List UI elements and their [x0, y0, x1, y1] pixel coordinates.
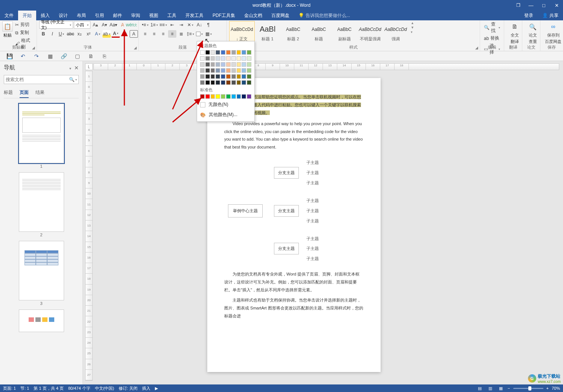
color-swatch[interactable] — [242, 50, 246, 55]
font-launcher[interactable]: ◢ — [134, 46, 137, 50]
distribute-button[interactable]: ≣ — [177, 30, 185, 38]
tab-pdftools[interactable]: PDF工具集 — [208, 11, 240, 20]
zoom-out-button[interactable]: − — [508, 386, 510, 390]
strike-button[interactable]: abc — [66, 30, 75, 38]
mindmap-branch[interactable]: 分支主题 — [274, 167, 299, 179]
mindmap-center[interactable]: 举例中心主题 — [228, 204, 263, 217]
style-item-5[interactable]: AaBbCcDd不明显强调 — [357, 21, 383, 43]
status-word-count[interactable]: 80/474 个字 — [68, 386, 90, 391]
align-left-button[interactable]: ≡ — [141, 30, 149, 38]
text-effects-button[interactable]: A — [93, 30, 102, 38]
color-swatch[interactable] — [200, 56, 205, 61]
color-swatch[interactable] — [247, 50, 251, 55]
color-swatch[interactable] — [211, 74, 215, 79]
nav-tab-headings[interactable]: 标题 — [4, 88, 13, 98]
superscript-button[interactable]: x² — [84, 30, 93, 38]
color-swatch[interactable] — [216, 80, 220, 85]
subscript-button[interactable]: x₂ — [75, 30, 84, 38]
color-swatch[interactable] — [205, 62, 210, 67]
minimize-button[interactable]: — — [525, 0, 537, 11]
horizontal-ruler[interactable]: 3210123456789101112131415161718 — [93, 63, 559, 70]
ribbon-display-options-icon[interactable]: ❐ — [512, 0, 525, 11]
nav-search[interactable]: 🔍▾ — [4, 75, 79, 84]
thumbnail-page-3[interactable] — [19, 241, 64, 300]
vertical-ruler[interactable]: 1012345678910111213141516171819202122232… — [85, 71, 93, 381]
color-swatch[interactable] — [205, 74, 210, 79]
color-swatch[interactable] — [242, 56, 246, 61]
increase-indent-button[interactable]: ⇥ — [177, 21, 185, 29]
qat-button-5[interactable]: ⎘ — [100, 52, 109, 60]
color-swatch[interactable] — [237, 68, 241, 73]
font-size-combo[interactable]: 小四▾ — [74, 21, 90, 29]
tab-devtools[interactable]: 开发工具 — [181, 11, 208, 20]
color-swatch[interactable] — [216, 50, 220, 55]
color-swatch[interactable] — [242, 80, 246, 85]
save-button[interactable]: 💾 — [5, 52, 14, 60]
color-swatch[interactable] — [226, 50, 231, 55]
paste-button[interactable]: 粘贴 — [3, 32, 12, 38]
color-swatch[interactable] — [231, 56, 236, 61]
doc-paragraph-2[interactable]: Video provides a powerful way to help yo… — [224, 120, 364, 152]
color-swatch[interactable] — [226, 62, 231, 67]
phonetic-guide-button[interactable]: wén文 — [127, 21, 136, 29]
italic-button[interactable]: I — [48, 30, 57, 38]
color-swatch[interactable] — [221, 94, 225, 99]
color-swatch[interactable] — [200, 62, 205, 67]
color-swatch[interactable] — [200, 94, 205, 99]
color-swatch[interactable] — [211, 80, 215, 85]
color-swatch[interactable] — [231, 80, 236, 85]
cut-button[interactable]: ✂剪切 — [14, 21, 34, 28]
status-insert-mode[interactable]: 插入 — [142, 386, 150, 391]
color-swatch[interactable] — [226, 74, 231, 79]
nav-tab-results[interactable]: 结果 — [35, 88, 44, 98]
no-color-option[interactable]: 无颜色(N) — [197, 100, 254, 110]
color-swatch[interactable] — [247, 62, 251, 67]
login-button[interactable]: 登录 — [520, 11, 538, 20]
enclose-char-button[interactable]: ㊕ — [121, 30, 129, 38]
qat-button-1[interactable]: ▦ — [46, 52, 54, 60]
color-swatch[interactable] — [200, 80, 205, 85]
color-swatch[interactable] — [237, 80, 241, 85]
font-color-button[interactable]: A — [112, 30, 120, 38]
redo-button[interactable]: ↷ — [32, 52, 41, 60]
underline-button[interactable]: U — [57, 30, 66, 38]
color-swatch[interactable] — [242, 68, 246, 73]
style-item-6[interactable]: AaBbCcDd强调 — [383, 21, 408, 43]
tab-mailings[interactable]: 邮件 — [109, 11, 127, 20]
mindmap-graphic[interactable]: 举例中心主题 分支主题子主题子主题子主题 分支主题子主题子主题子主题 分支主题子… — [228, 159, 364, 263]
borders-button[interactable]: ▦ — [204, 30, 213, 38]
view-read-mode[interactable]: ▥ — [487, 385, 494, 391]
color-swatch[interactable] — [226, 68, 231, 73]
color-swatch[interactable] — [231, 94, 236, 99]
color-swatch[interactable] — [242, 94, 246, 99]
share-button[interactable]: 👤共享 — [538, 11, 563, 20]
justify-button[interactable]: ≡ — [168, 30, 176, 38]
color-swatch[interactable] — [226, 80, 231, 85]
doc-paragraph-3[interactable]: 为使您的文档具有专业外观，Word 提供了页眉、页脚、封面和文本框设计，这些设计… — [224, 270, 364, 294]
thumbnail-page-4[interactable] — [19, 309, 64, 332]
status-section[interactable]: 节: 1 — [20, 386, 29, 391]
maximize-button[interactable]: □ — [537, 0, 550, 11]
styles-gallery[interactable]: AaBbCcDd↓ 正文AaBl标题 1AaBbC标题 2AaBbC标题AaBb… — [229, 21, 408, 43]
style-item-0[interactable]: AaBbCcDd↓ 正文 — [229, 21, 255, 43]
tab-review[interactable]: 审阅 — [127, 11, 145, 20]
document-page[interactable]: 功能强大的方法帮助您证明您的观点。当您单击联机视频时，可以在想要添加的视频的嵌入… — [207, 78, 381, 372]
bold-button[interactable]: B — [39, 30, 47, 38]
color-swatch[interactable] — [237, 62, 241, 67]
status-track-changes[interactable]: 修订: 关闭 — [119, 386, 138, 391]
color-swatch[interactable] — [237, 74, 241, 79]
status-macro-icon[interactable]: ▶ — [155, 386, 158, 391]
color-swatch[interactable] — [205, 68, 210, 73]
decrease-indent-button[interactable]: ⇤ — [168, 21, 176, 29]
clear-format-button[interactable]: A̷ — [118, 21, 127, 29]
tab-home[interactable]: 开始 — [18, 11, 36, 20]
tab-tools[interactable]: 工具 — [163, 11, 181, 20]
color-swatch[interactable] — [216, 94, 220, 99]
styles-scroll-up[interactable]: ▲ — [411, 21, 414, 25]
nav-search-input[interactable] — [6, 77, 69, 82]
ruler-corner[interactable]: L — [85, 63, 93, 70]
clipboard-launcher[interactable]: ◢ — [32, 46, 35, 50]
color-swatch[interactable] — [231, 62, 236, 67]
replace-button[interactable]: ab替换 — [482, 35, 502, 41]
color-swatch[interactable] — [247, 74, 251, 79]
